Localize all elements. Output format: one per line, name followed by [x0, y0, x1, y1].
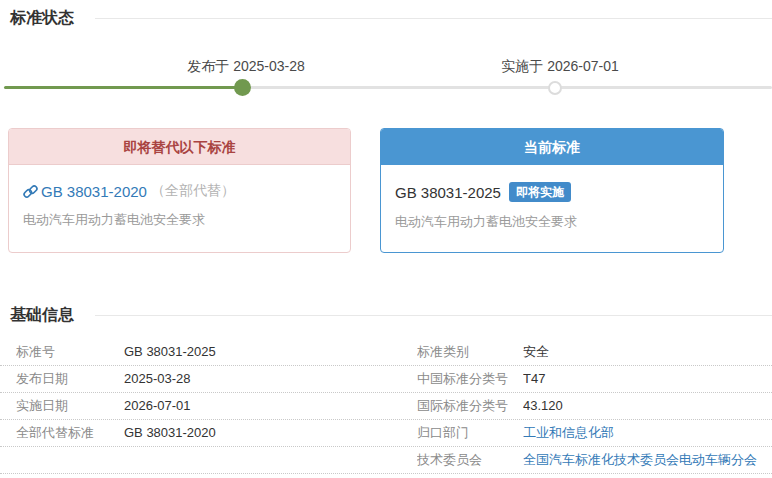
section-title-basic-info: 基础信息 [10, 305, 74, 325]
replaced-standard-link[interactable]: GB 38031-2020 [23, 183, 147, 200]
link-icon [23, 184, 38, 199]
status-badge: 即将实施 [509, 182, 571, 202]
department-link[interactable]: 工业和信息化部 [523, 420, 772, 446]
table-row: 全部代替标准 GB 38031-2020 归口部门 工业和信息化部 [0, 420, 772, 447]
info-value: 43.120 [523, 393, 772, 419]
section-divider [95, 315, 772, 316]
info-label: 技术委员会 [417, 447, 523, 473]
committee-link[interactable]: 全国汽车标准化技术委员会电动车辆分会 [523, 447, 772, 473]
timeline-published-label: 发布于 2025-03-28 [187, 58, 305, 76]
info-label [16, 447, 124, 473]
table-row: 发布日期 2025-03-28 中国标准分类号 T47 [0, 366, 772, 393]
timeline-implemented-dot [548, 81, 562, 95]
timeline-progress-bar [4, 86, 242, 89]
table-row: 技术委员会 全国汽车标准化技术委员会电动车辆分会 [0, 447, 772, 474]
section-title-standard-status: 标准状态 [10, 8, 74, 28]
current-standard-name: 电动汽车用动力蓄电池安全要求 [395, 213, 709, 231]
info-value: T47 [523, 366, 772, 392]
info-value: GB 38031-2020 [124, 420, 417, 446]
timeline-remaining-bar [242, 86, 772, 89]
section-divider [95, 18, 772, 19]
replaced-standard-name: 电动汽车用动力蓄电池安全要求 [23, 211, 336, 229]
standard-detail-page: 标准状态 发布于 2025-03-28 实施于 2026-07-01 即将替代以… [0, 0, 772, 478]
timeline-published-dot [234, 79, 251, 96]
timeline-implemented-label: 实施于 2026-07-01 [501, 58, 619, 76]
info-label: 标准类别 [417, 339, 523, 365]
info-value: 2025-03-28 [124, 366, 417, 392]
replace-note: （全部代替） [151, 182, 235, 200]
basic-info-table: 标准号 GB 38031-2025 标准类别 安全 发布日期 2025-03-2… [0, 339, 772, 474]
current-standard-card: 当前标准 GB 38031-2025 即将实施 电动汽车用动力蓄电池安全要求 [380, 128, 724, 253]
info-label: 发布日期 [16, 366, 124, 392]
table-row: 实施日期 2026-07-01 国际标准分类号 43.120 [0, 393, 772, 420]
replaced-card-title: 即将替代以下标准 [9, 129, 350, 165]
replaced-standard-card: 即将替代以下标准 GB 38031-2020 （全部代替） 电动汽车用动力蓄电池… [8, 128, 351, 253]
info-value: 2026-07-01 [124, 393, 417, 419]
info-label: 中国标准分类号 [417, 366, 523, 392]
replaced-standard-code: GB 38031-2020 [41, 183, 147, 200]
table-row: 标准号 GB 38031-2025 标准类别 安全 [0, 339, 772, 366]
info-label: 归口部门 [417, 420, 523, 446]
current-standard-code: GB 38031-2025 [395, 184, 501, 201]
info-label: 实施日期 [16, 393, 124, 419]
info-value [124, 447, 417, 473]
info-label: 标准号 [16, 339, 124, 365]
info-label: 全部代替标准 [16, 420, 124, 446]
info-value: GB 38031-2025 [124, 339, 417, 365]
info-label: 国际标准分类号 [417, 393, 523, 419]
info-value: 安全 [523, 339, 772, 365]
current-card-title: 当前标准 [381, 129, 723, 165]
